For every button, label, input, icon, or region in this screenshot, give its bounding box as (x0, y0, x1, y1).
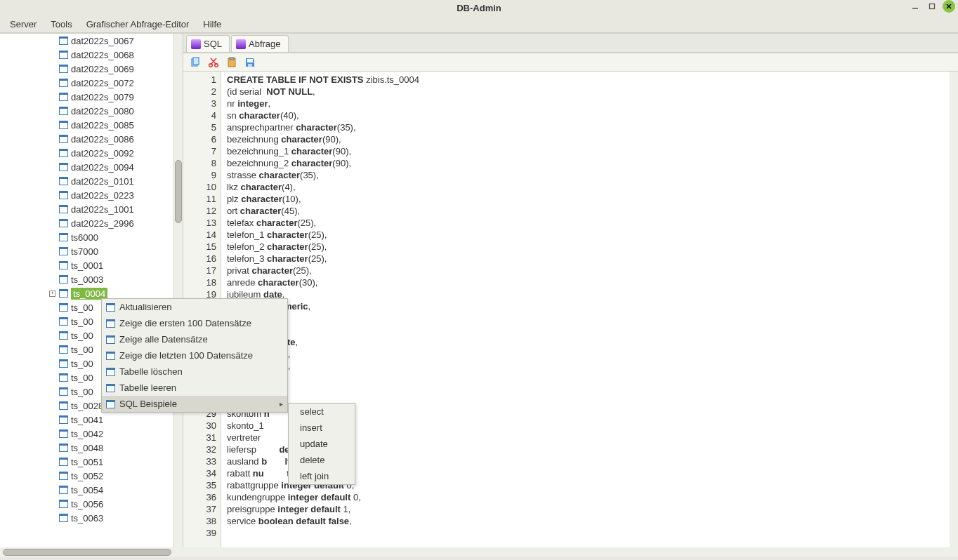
tree-item-label: ts_0048 (71, 443, 103, 453)
expand-icon[interactable]: + (49, 291, 55, 297)
table-icon (59, 149, 68, 157)
tree-item[interactable]: ts_0054 (49, 483, 173, 497)
tree-item[interactable]: dat2022s_0092 (49, 146, 173, 160)
title-bar: DB-Admin (0, 0, 958, 15)
tree-item[interactable]: ts6000 (49, 230, 173, 244)
tree-item[interactable]: dat2022s_0067 (49, 34, 173, 48)
context-menu-label: Zeige die ersten 100 Datensätze (119, 318, 251, 328)
table-icon (59, 275, 68, 284)
table-icon (59, 514, 68, 522)
query-icon (236, 39, 246, 49)
tree-item[interactable]: dat2022s_2996 (49, 216, 173, 230)
tree-item-label: ts_00 (71, 316, 93, 327)
tree-item[interactable]: ts7000 (49, 244, 173, 258)
table-icon (59, 345, 68, 354)
table-icon (59, 65, 68, 73)
tree-item[interactable]: dat2022s_0223 (49, 188, 173, 202)
tree-item[interactable]: dat2022s_0072 (49, 76, 173, 90)
table-icon (106, 368, 115, 376)
menu-bar: Server Tools Grafischer Abfrage-Editor H… (0, 15, 958, 34)
table-icon (59, 51, 68, 59)
table-icon (59, 36, 68, 45)
context-menu-item[interactable]: Zeige die letzten 100 Datensätze (102, 347, 287, 364)
table-icon (59, 429, 68, 438)
tree-item[interactable]: ts_0051 (49, 455, 173, 469)
tree-item-label: dat2022s_0223 (71, 190, 134, 201)
tree-item[interactable]: dat2022s_0079 (49, 90, 173, 104)
table-icon (106, 384, 115, 392)
tree-item-label: dat2022s_0067 (71, 36, 134, 46)
context-submenu: selectinsertupdatedeleteleft join (288, 403, 355, 485)
tab-label: Abfrage (249, 39, 281, 49)
svg-rect-5 (193, 58, 199, 65)
tree-item[interactable]: dat2022s_0094 (49, 160, 173, 174)
tree-item[interactable]: ts_0048 (49, 441, 173, 455)
editor-tabs: SQL Abfrage (183, 34, 958, 53)
tree-item[interactable]: dat2022s_0068 (49, 48, 173, 62)
context-menu-item[interactable]: Zeige die ersten 100 Datensätze (102, 315, 287, 331)
tree-sidebar[interactable]: dat2022s_0067dat2022s_0068dat2022s_0069d… (0, 34, 174, 547)
svg-rect-1 (930, 4, 935, 9)
menu-server[interactable]: Server (3, 17, 44, 32)
context-menu-label: Zeige die letzten 100 Datensätze (119, 350, 253, 361)
svg-rect-13 (248, 64, 252, 67)
minimize-button[interactable] (909, 0, 921, 13)
sidebar-scrollbar[interactable] (174, 34, 183, 547)
table-icon (59, 191, 68, 199)
sql-icon (191, 39, 201, 49)
menu-help[interactable]: Hilfe (196, 17, 228, 32)
context-menu: AktualisierenZeige die ersten 100 Datens… (101, 298, 288, 413)
context-menu-item[interactable]: Tabelle leeren (102, 380, 287, 396)
tree-item[interactable]: dat2022s_0101 (49, 174, 173, 188)
table-icon (59, 458, 68, 466)
tree-item-label: dat2022s_0086 (71, 134, 134, 145)
maximize-button[interactable] (926, 0, 938, 13)
bottom-scrollbar[interactable] (0, 547, 958, 557)
tree-item[interactable]: dat2022s_0080 (49, 104, 173, 118)
context-menu-item[interactable]: Zeige alle Datensätze (102, 331, 287, 347)
menu-tools[interactable]: Tools (44, 17, 79, 32)
paste-button[interactable] (225, 56, 238, 69)
tree-item[interactable]: ts_0052 (49, 469, 173, 483)
tree-item[interactable]: ts_0042 (49, 427, 173, 441)
tree-item[interactable]: ts_0056 (49, 497, 173, 511)
submenu-arrow-icon: ▸ (280, 400, 283, 408)
table-icon (59, 163, 68, 171)
tree-item[interactable]: ts_0063 (49, 511, 173, 525)
tree-item[interactable]: ts_0001 (49, 258, 173, 272)
tree-item[interactable]: ts_0003 (49, 272, 173, 286)
tree-item-label: dat2022s_0072 (71, 78, 134, 88)
tree-item-label: ts_00 (71, 387, 93, 397)
tree-item-label: ts7000 (71, 246, 98, 257)
tree-item[interactable]: dat2022s_1001 (49, 202, 173, 216)
tree-item[interactable]: dat2022s_0086 (49, 132, 173, 146)
copy-button[interactable] (189, 56, 202, 69)
tree-item-label: ts_0056 (71, 499, 103, 509)
tree-item[interactable]: dat2022s_0085 (49, 118, 173, 132)
context-menu-label: Zeige alle Datensätze (119, 334, 208, 345)
table-icon (59, 247, 68, 255)
tree-item-label: dat2022s_2996 (71, 218, 134, 229)
editor-scrollbar[interactable] (950, 72, 958, 547)
tree-item-label: ts_00 (71, 345, 93, 355)
tree-item-label: ts_0004 (71, 288, 107, 300)
tree-item[interactable]: dat2022s_0069 (49, 62, 173, 76)
table-icon (59, 177, 68, 185)
context-submenu-item[interactable]: select (289, 404, 355, 420)
tab-abfrage[interactable]: Abfrage (231, 35, 289, 52)
context-submenu-item[interactable]: update (289, 436, 355, 452)
editor-toolbar (183, 53, 958, 72)
tab-sql[interactable]: SQL (186, 35, 230, 52)
save-button[interactable] (244, 56, 256, 69)
context-menu-item[interactable]: SQL Beispiele▸ (102, 396, 287, 412)
context-submenu-item[interactable]: left join (289, 468, 355, 484)
tree-item[interactable]: ts_0041 (49, 413, 173, 427)
table-icon (59, 401, 68, 410)
context-submenu-item[interactable]: delete (289, 452, 355, 468)
context-menu-item[interactable]: Aktualisieren (102, 299, 287, 315)
context-menu-item[interactable]: Tabelle löschen (102, 364, 287, 380)
cut-button[interactable] (207, 56, 220, 69)
menu-query-editor[interactable]: Grafischer Abfrage-Editor (79, 17, 197, 32)
close-button[interactable] (943, 0, 955, 13)
context-submenu-item[interactable]: insert (289, 420, 355, 436)
